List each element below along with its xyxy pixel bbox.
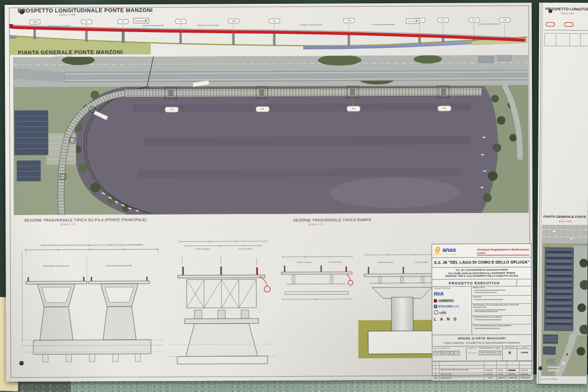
- pushpin: [548, 9, 552, 13]
- elev-pier-label: P2: [118, 19, 129, 24]
- pushpin: [20, 9, 24, 14]
- section-ramp-grade: CORSIA DI MARCIA PISTA CICLABILE: [277, 251, 358, 317]
- revision-table: D C B REVISIONE PER VALIDAZIONE: [432, 361, 531, 381]
- rev-footer-cell: APPROVATO: [519, 377, 531, 380]
- segment-note: Sviluppo in asse tracciato: [373, 23, 395, 26]
- sheet2-pier-oval: [546, 22, 555, 27]
- amberg-mark-icon: [434, 299, 437, 302]
- direttrice-right-label: DIRETTRICE MILANO-LECCO: [105, 265, 133, 267]
- elev-pier-label: PL3: [469, 17, 480, 22]
- direttrice-left-label: DIRETTRICE LECCO-MILANO: [42, 265, 70, 267]
- anas-swirl-icon: [434, 246, 441, 253]
- segment-note: Sviluppo in asse tracciato: [48, 25, 70, 27]
- designer-logo-text: RI/A: [434, 291, 444, 297]
- designers-column: PROGETTAZIONE: RI/A AMBERG E ETACONS s.r…: [432, 286, 472, 334]
- segment-note: Sviluppo in asse tracciato: [479, 23, 500, 25]
- phase-label: PROGETTO ESECUTIVO: [432, 281, 517, 285]
- elev-pier-label: P1: [81, 19, 93, 24]
- direction-sign-lecco: LECCO: [406, 19, 420, 24]
- section-ramp-grade-art: [277, 251, 358, 317]
- segment-note: Sviluppo in asse tracciato: [301, 24, 322, 26]
- code-chip: E: [450, 351, 454, 356]
- road-title-row: S.S. 36 "DEL LAGO DI COMO E DELLO SPLUGA…: [432, 258, 531, 268]
- rev-letter: C: [432, 365, 439, 369]
- sezione-pila-title: SEZIONE TRASVERSALE TIPICA SU PILA (PONT…: [24, 218, 147, 222]
- role-title: RESPONSABILE DELL'INTEGRAZIONE DELLE DIS…: [473, 304, 530, 308]
- section-new-pier-art: [166, 234, 278, 368]
- plan-pier-label: P4: [437, 106, 451, 112]
- sheet2-pianta-title: PIANTA GENERALE PONTE: [543, 215, 587, 219]
- designer-logo-text: AMBERG: [438, 299, 454, 303]
- drawing-sheet-main: PROSPETTO LONGITUDINALE PONTE MANZONI SC…: [4, 3, 533, 382]
- rev-desc: EMISSIONE: [439, 373, 484, 377]
- lane-label: CORSIA DI MARCIA: [191, 248, 215, 250]
- designer-logo-etacons: E ETACONS s.r.l.: [432, 303, 471, 309]
- roles-column: PROGETTISTA GEOLOGO RESPONSABILE DELL'IN…: [472, 286, 531, 334]
- photo-of-bridge-drawings: PROSPETTO LONGITUDINALE SCALA 1:500 PIAN…: [0, 0, 588, 392]
- role-cell: PROGETTISTA: [472, 286, 531, 296]
- project-description: S.S. 36: COSTRUZIONE DI UN NUOVO PONTE S…: [432, 267, 531, 280]
- etacons-mark-icon: E: [434, 305, 437, 308]
- designer-logo-amberg: AMBERG: [432, 297, 471, 303]
- elev-pier-label: P3: [175, 19, 187, 24]
- sign-lecco-label: LECCO: [408, 19, 415, 23]
- section-ramp-column-art: [357, 248, 443, 367]
- revision-row: A EMISSIONE: [432, 372, 531, 376]
- elev-pier-label: P5: [269, 19, 280, 23]
- drawing-title: PONTE MANZONI - PLANIMETRIA DI INQUADRAM…: [444, 341, 520, 345]
- sheet2-aerial-fragment: [541, 225, 588, 377]
- rev-footer-cell: REV.: [432, 377, 439, 381]
- designers-roles-row: PROGETTAZIONE: RI/A AMBERG E ETACONS s.r…: [432, 286, 531, 335]
- pianta-title: PIANTA GENERALE PONTE MANZONI: [18, 49, 123, 56]
- sezione-pila-scale: SCALA 1:75: [60, 223, 75, 226]
- category-label: OPERE D'ARTE MAGGIORI: [458, 336, 506, 340]
- scale-label: SCALA: [517, 346, 531, 349]
- designer-logo-text: cdb: [439, 310, 446, 314]
- drawing-sheet-right: PROSPETTO LONGITUDINALE SCALA 1:500 PIAN…: [537, 3, 588, 384]
- phase-code-cell: [517, 279, 531, 286]
- pushpin: [538, 366, 542, 370]
- code-strip: CODICE PROGETTO DFM 9026 E 22 NOME FILE …: [432, 346, 531, 362]
- elev-pier-label: SPB: [29, 20, 41, 24]
- rev-footer-cell: DESCRIZIONE: [439, 377, 484, 380]
- elev-pier-label: SP6: [344, 18, 355, 23]
- designer-logo-land: L A N D: [432, 315, 471, 322]
- role-title: COORDINATORE DELLA SICUREZZA: [473, 316, 530, 318]
- cycle-label: PISTA CICLABILE: [326, 261, 345, 263]
- drawing-category-row: OPERE D'ARTE MAGGIORI PONTE MANZONI - PL…: [432, 335, 531, 347]
- prospetto-scale: SCALA 1:500: [59, 14, 76, 16]
- revision-value: B: [503, 351, 517, 354]
- designer-logo-ria: RI/A: [432, 290, 471, 297]
- designer-logo-text: ETACONS s.r.l.: [438, 304, 460, 308]
- rev-footer-cell: VERIFICATO: [507, 377, 519, 380]
- segment-note: Sviluppo in asse tracciato: [197, 24, 219, 26]
- project-code-cell: CODICE PROGETTO DFM 9026 E 22: [432, 346, 467, 360]
- revision-cell: REVISIONE B: [503, 346, 517, 360]
- rev-letter: D: [432, 362, 439, 365]
- code-chip: 22: [455, 351, 460, 355]
- rev-letter: B: [432, 369, 439, 373]
- anas-logo-sub: GRUPPO FS ITALIANE: [434, 253, 473, 255]
- pushpin: [19, 361, 23, 365]
- anas-logo-text: anas: [442, 247, 456, 253]
- elab-label: COD. ELAB.: [468, 352, 477, 354]
- role-cell: VISTO: IL RESPONSABILE DEL PROCEDIMENTO: [472, 324, 531, 333]
- designer-logo-cdb: cdb: [432, 309, 471, 315]
- arrow-right-icon: [145, 19, 148, 22]
- role-cell: RESPONSABILE DELL'INTEGRAZIONE DELLE DIS…: [472, 304, 531, 316]
- revision-row: D: [432, 361, 531, 365]
- sheet2-pier-oval: [564, 22, 573, 27]
- cycle-label: PISTA CICLABILE: [413, 261, 431, 264]
- scale-value: VARIE: [517, 351, 531, 354]
- anas-logo: anas GRUPPO FS ITALIANE: [432, 245, 475, 256]
- project-code-label: CODICE PROGETTO: [433, 347, 465, 349]
- sign-pescate-label: PESCATE: [135, 19, 145, 22]
- plan-pier-label: P1: [164, 107, 179, 113]
- direction-sign-pescate: PESCATE: [133, 18, 149, 23]
- title-block-logo-row: anas GRUPPO FS ITALIANE Direzione Proget…: [432, 244, 531, 258]
- project-line: MANZONI" PER IL COLLEGAMENTO DELLA VIABI…: [445, 274, 518, 278]
- cycle-label: PISTA CICLABILE: [235, 248, 255, 250]
- role-title: PROGETTISTA: [473, 287, 530, 289]
- arrow-right-icon: [415, 20, 418, 23]
- sheet2-prospetto-scale: SCALA 1:500: [561, 12, 588, 15]
